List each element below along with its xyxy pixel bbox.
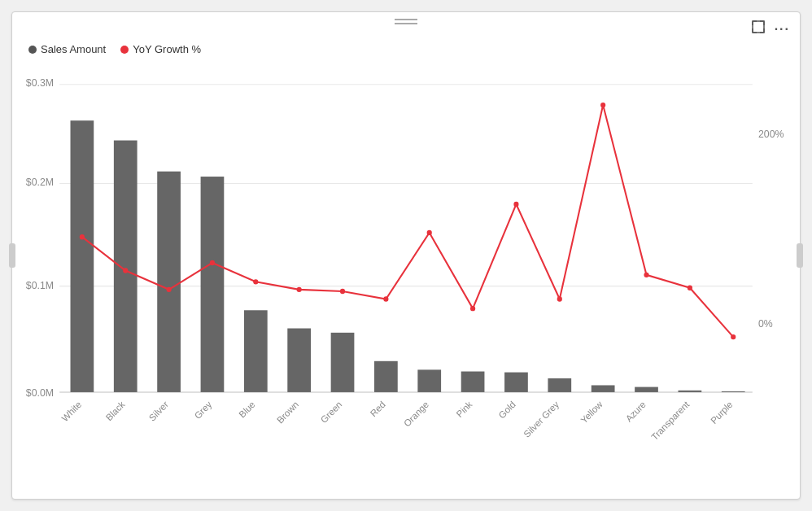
chart-card: ··· Sales Amount YoY Growth % $0.3M $0.2…	[11, 11, 801, 500]
bar-brown	[287, 329, 311, 392]
resize-right-handle[interactable]	[797, 243, 803, 268]
bar-pink	[461, 372, 485, 392]
line-dot-yellow	[600, 103, 605, 107]
resize-left-handle[interactable]	[9, 243, 15, 268]
bar-gold	[504, 373, 528, 392]
sales-amount-dot	[28, 46, 37, 54]
xlabel-grey: Grey	[193, 399, 214, 421]
legend-sales-amount: Sales Amount	[28, 43, 106, 55]
legend-sales-label: Sales Amount	[41, 43, 106, 55]
xlabel-purple: Purple	[709, 400, 734, 426]
xlabel-yellow: Yellow	[578, 399, 605, 426]
svg-rect-0	[753, 21, 764, 33]
xlabel-silver: Silver	[147, 400, 170, 423]
legend-yoy-label: YoY Growth %	[133, 43, 201, 55]
bar-red	[374, 361, 398, 392]
line-dot-green	[340, 289, 345, 294]
line-dot-transparent	[688, 286, 692, 290]
line-dot-silver	[167, 287, 172, 292]
xlabel-orange: Orange	[402, 400, 430, 429]
xlabel-green: Green	[319, 400, 344, 426]
expand-icon[interactable]	[750, 19, 766, 39]
top-right-actions: ···	[750, 19, 790, 39]
chart-legend: Sales Amount YoY Growth %	[28, 43, 790, 55]
xlabel-transparent: Transparent	[649, 399, 692, 442]
line-dot-red	[383, 296, 388, 301]
line-dot-white	[80, 234, 85, 239]
line-dot-blue	[253, 279, 258, 284]
bar-silver	[157, 172, 181, 392]
bar-green	[331, 333, 355, 392]
xlabel-white: White	[60, 400, 84, 424]
xlabel-silver-grey: Silver Grey	[522, 399, 561, 439]
xlabel-azure: Azure	[624, 400, 648, 424]
bar-transparent	[679, 391, 702, 392]
svg-text:$0.1M: $0.1M	[26, 280, 54, 291]
svg-text:$0.2M: $0.2M	[26, 176, 54, 187]
drag-handle[interactable]	[395, 19, 417, 24]
yoy-growth-dot	[120, 46, 129, 54]
line-dot-silver-grey	[557, 296, 562, 301]
bar-azure	[635, 387, 658, 392]
xlabel-pink: Pink	[455, 399, 474, 419]
bar-blue	[244, 310, 268, 392]
chart-area: $0.3M $0.2M $0.1M $0.0M 200% 0%	[22, 60, 790, 465]
xlabel-gold: Gold	[497, 400, 517, 421]
bar-purple	[722, 391, 745, 392]
line-dot-black	[123, 268, 128, 273]
svg-text:$0.0M: $0.0M	[26, 387, 54, 399]
bar-yellow	[592, 385, 615, 391]
xlabel-blue: Blue	[237, 400, 256, 420]
bar-orange	[417, 369, 441, 392]
svg-text:200%: 200%	[758, 129, 784, 140]
bar-silver-grey	[548, 378, 571, 392]
more-options-icon[interactable]: ···	[775, 22, 790, 37]
line-dot-brown	[297, 287, 302, 292]
chart-svg: $0.3M $0.2M $0.1M $0.0M 200% 0%	[22, 60, 790, 465]
line-dot-azure	[644, 273, 648, 277]
line-dot-grey	[210, 260, 215, 265]
svg-text:$0.3M: $0.3M	[26, 77, 54, 89]
bar-black	[114, 141, 138, 392]
xlabel-black: Black	[104, 399, 127, 422]
line-dot-purple	[731, 334, 736, 339]
xlabel-brown: Brown	[275, 400, 300, 426]
svg-text:0%: 0%	[758, 318, 773, 330]
line-dot-pink	[470, 306, 475, 311]
xlabel-red: Red	[369, 400, 387, 419]
line-dot-gold	[513, 202, 518, 207]
legend-yoy-growth: YoY Growth %	[120, 43, 201, 55]
line-dot-orange	[427, 230, 432, 235]
bar-white	[71, 120, 94, 392]
bar-grey	[201, 177, 225, 392]
